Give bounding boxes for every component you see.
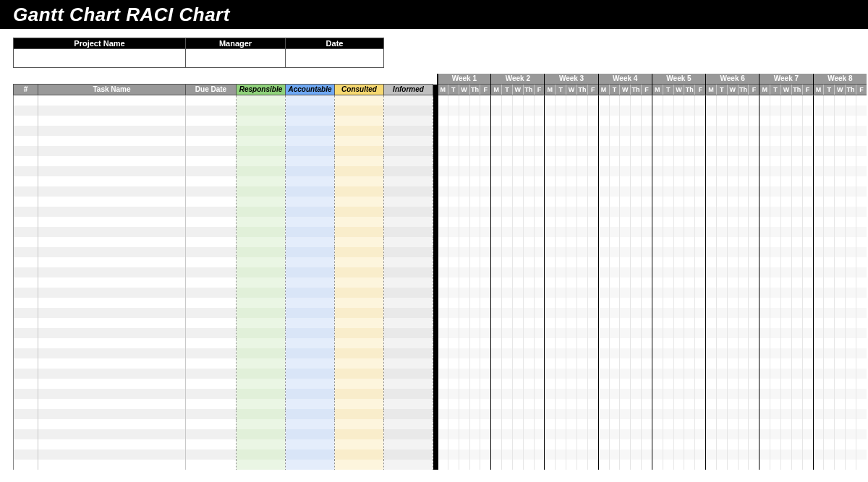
gantt-cell[interactable] [459, 288, 469, 298]
gantt-cell[interactable] [512, 409, 523, 419]
gantt-cell[interactable] [727, 298, 738, 308]
gantt-cell[interactable] [459, 379, 469, 389]
cell-consulted[interactable] [335, 389, 384, 399]
gantt-cell[interactable] [781, 197, 792, 207]
gantt-cell[interactable] [770, 449, 781, 460]
gantt-cell[interactable] [824, 399, 835, 409]
gantt-cell[interactable] [556, 197, 566, 207]
gantt-cell[interactable] [556, 247, 566, 257]
gantt-cell[interactable] [738, 267, 749, 277]
gantt-cell[interactable] [620, 217, 631, 227]
gantt-cell[interactable] [684, 166, 695, 176]
gantt-cell[interactable] [652, 429, 663, 439]
gantt-cell[interactable] [438, 399, 448, 409]
gantt-cell[interactable] [727, 227, 738, 237]
gantt-cell[interactable] [576, 409, 587, 419]
gantt-cell[interactable] [523, 449, 534, 460]
gantt-cell[interactable] [448, 257, 459, 267]
gantt-cell[interactable] [566, 207, 577, 217]
gantt-cell[interactable] [652, 166, 663, 176]
gantt-cell[interactable] [791, 126, 802, 136]
gantt-cell[interactable] [598, 247, 609, 257]
gantt-cell[interactable] [813, 369, 824, 379]
gantt-cell[interactable] [566, 449, 577, 460]
gantt-cell[interactable] [566, 328, 577, 338]
gantt-cell[interactable] [545, 338, 556, 348]
gantt-cell[interactable] [609, 176, 620, 186]
cell-task[interactable] [38, 318, 186, 328]
gantt-cell[interactable] [706, 449, 717, 460]
gantt-cell[interactable] [652, 399, 663, 409]
gantt-cell[interactable] [576, 176, 587, 186]
gantt-cell[interactable] [566, 419, 577, 429]
gantt-cell[interactable] [491, 308, 502, 318]
gantt-cell[interactable] [856, 146, 867, 156]
gantt-cell[interactable] [631, 328, 642, 338]
gantt-cell[interactable] [684, 449, 695, 460]
gantt-cell[interactable] [663, 460, 673, 470]
gantt-cell[interactable] [545, 288, 556, 298]
gantt-cell[interactable] [652, 419, 663, 429]
gantt-cell[interactable] [695, 358, 706, 369]
gantt-cell[interactable] [512, 338, 523, 348]
gantt-cell[interactable] [813, 419, 824, 429]
cell-num[interactable] [14, 257, 38, 267]
gantt-cell[interactable] [673, 409, 684, 419]
gantt-cell[interactable] [502, 439, 513, 449]
gantt-cell[interactable] [438, 176, 448, 186]
cell-consulted[interactable] [335, 318, 384, 328]
gantt-cell[interactable] [576, 298, 587, 308]
cell-due[interactable] [186, 419, 237, 429]
gantt-cell[interactable] [502, 247, 513, 257]
gantt-cell[interactable] [846, 156, 856, 166]
cell-informed[interactable] [384, 298, 433, 308]
cell-due[interactable] [186, 389, 237, 399]
gantt-cell[interactable] [824, 369, 835, 379]
gantt-cell[interactable] [534, 338, 545, 348]
gantt-cell[interactable] [620, 318, 631, 328]
gantt-cell[interactable] [502, 176, 513, 186]
gantt-cell[interactable] [856, 318, 867, 328]
gantt-cell[interactable] [469, 237, 480, 247]
gantt-cell[interactable] [760, 439, 770, 449]
gantt-cell[interactable] [770, 409, 781, 419]
gantt-cell[interactable] [673, 288, 684, 298]
gantt-cell[interactable] [469, 136, 480, 146]
gantt-cell[interactable] [770, 399, 781, 409]
gantt-cell[interactable] [684, 126, 695, 136]
gantt-cell[interactable] [663, 156, 673, 166]
gantt-cell[interactable] [824, 126, 835, 136]
gantt-cell[interactable] [631, 419, 642, 429]
gantt-cell[interactable] [609, 247, 620, 257]
gantt-cell[interactable] [566, 136, 577, 146]
gantt-cell[interactable] [684, 369, 695, 379]
gantt-cell[interactable] [491, 449, 502, 460]
gantt-cell[interactable] [576, 399, 587, 409]
gantt-cell[interactable] [695, 207, 706, 217]
gantt-cell[interactable] [791, 328, 802, 338]
gantt-cell[interactable] [749, 136, 760, 146]
gantt-cell[interactable] [587, 136, 598, 146]
gantt-cell[interactable] [512, 429, 523, 439]
gantt-cell[interactable] [545, 257, 556, 267]
gantt-cell[interactable] [813, 348, 824, 358]
gantt-cell[interactable] [556, 227, 566, 237]
gantt-cell[interactable] [609, 146, 620, 156]
gantt-cell[interactable] [716, 429, 727, 439]
gantt-cell[interactable] [491, 460, 502, 470]
gantt-cell[interactable] [781, 460, 792, 470]
cell-due[interactable] [186, 298, 237, 308]
cell-num[interactable] [14, 277, 38, 288]
gantt-cell[interactable] [642, 237, 652, 247]
gantt-cell[interactable] [631, 369, 642, 379]
gantt-cell[interactable] [652, 267, 663, 277]
gantt-cell[interactable] [620, 277, 631, 288]
gantt-cell[interactable] [642, 126, 652, 136]
gantt-cell[interactable] [459, 217, 469, 227]
cell-due[interactable] [186, 207, 237, 217]
cell-informed[interactable] [384, 379, 433, 389]
gantt-cell[interactable] [846, 207, 856, 217]
gantt-cell[interactable] [781, 237, 792, 247]
gantt-cell[interactable] [502, 186, 513, 197]
cell-task[interactable] [38, 277, 186, 288]
